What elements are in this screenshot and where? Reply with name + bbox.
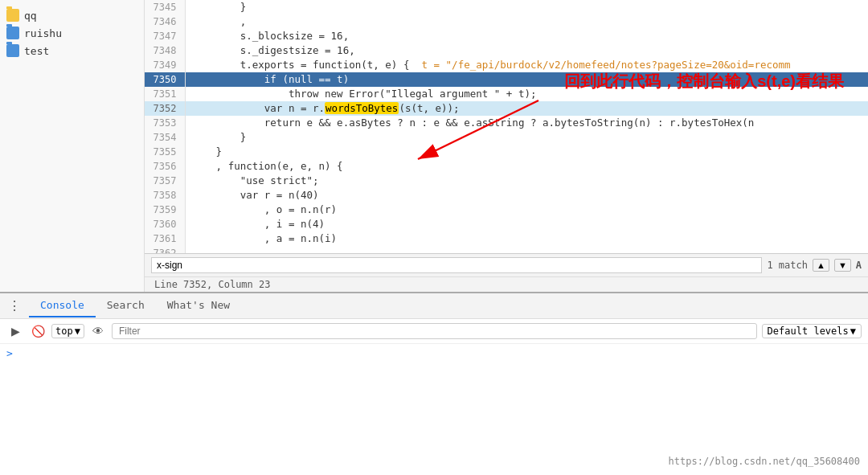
folder-yellow-icon: [6, 9, 19, 22]
code-content-7345: }: [185, 0, 868, 14]
code-row-7352: 7352 var n = r.wordsToBytes(s(t, e));: [145, 101, 868, 116]
code-row-7354: 7354 }: [145, 130, 868, 145]
devtools-tabs: ⋮ Console Search What's New: [0, 293, 868, 319]
code-content-7360: , i = n(4): [185, 217, 868, 231]
levels-selector[interactable]: Default levels ▼: [762, 324, 862, 338]
code-content-7353: return e && e.asBytes ? n : e && e.asStr…: [185, 116, 868, 130]
filter-input[interactable]: [112, 323, 757, 339]
line-num-7358: 7358: [145, 188, 185, 203]
code-content-7349: t.exports = function(t, e) { t = "/fe_ap…: [185, 58, 868, 72]
status-text: Line 7352, Column 23: [154, 279, 271, 290]
folder-blue-icon-test: [6, 44, 19, 57]
code-row-7361: 7361 , a = n.n(i): [145, 231, 868, 246]
execute-icon: ▶: [11, 325, 20, 338]
levels-arrow: ▼: [850, 326, 856, 337]
folder-blue-icon-ruishu: [6, 27, 19, 39]
sidebar-item-ruishu[interactable]: ruishu: [0, 24, 144, 42]
code-scroll-area[interactable]: 7345 } 7346 , 7347 s._blocksize = 16,: [145, 0, 868, 253]
code-row-7348: 7348 s._digestsize = 16,: [145, 43, 868, 58]
top-selector-label: top: [55, 326, 73, 337]
code-content-7350: if (null == t): [185, 72, 868, 87]
code-content-7346: ,: [185, 14, 868, 29]
sidebar-item-test[interactable]: test: [0, 42, 144, 59]
eye-button[interactable]: 👁: [89, 322, 107, 340]
code-row-7360: 7360 , i = n(4): [145, 217, 868, 231]
code-row-7350: 7350 if (null == t): [145, 72, 868, 87]
find-aa-button[interactable]: A: [856, 260, 862, 271]
code-content-7358: var r = n(40): [185, 188, 868, 203]
code-editor: 7345 } 7346 , 7347 s._blocksize = 16,: [145, 0, 868, 292]
block-button[interactable]: 🚫: [29, 322, 47, 340]
tab-search[interactable]: Search: [96, 294, 156, 317]
code-row-7359: 7359 , o = n.n(r): [145, 203, 868, 217]
devtools-menu-icon[interactable]: ⋮: [6, 298, 23, 314]
sidebar: qq ruishu test: [0, 0, 145, 292]
code-content-7351: throw new Error("Illegal argument " + t)…: [185, 87, 868, 101]
find-next-button[interactable]: ▼: [834, 259, 851, 272]
block-icon: 🚫: [31, 325, 45, 338]
line-num-7351: 7351: [145, 87, 185, 101]
line-num-7347: 7347: [145, 29, 185, 43]
execute-button[interactable]: ▶: [6, 322, 24, 340]
code-content-7357: "use strict";: [185, 174, 868, 188]
line-num-7345: 7345: [145, 0, 185, 14]
line-num-7360: 7360: [145, 217, 185, 231]
tab-console[interactable]: Console: [29, 294, 96, 317]
prompt-symbol: >: [6, 347, 13, 359]
code-content-7355: }: [185, 145, 868, 159]
orange-text-7349: t = "/fe_api/burdock/v2/homefeed/notes?p…: [421, 59, 790, 71]
code-row-7345: 7345 }: [145, 0, 868, 14]
code-content-7362: [185, 246, 868, 253]
find-input[interactable]: [151, 257, 762, 273]
sidebar-item-qq[interactable]: qq: [0, 6, 144, 24]
url-text: https://blog.csdn.net/qq_35608400: [669, 456, 860, 467]
line-num-7348: 7348: [145, 43, 185, 58]
code-row-7355: 7355 }: [145, 145, 868, 159]
code-content-7348: s._digestsize = 16,: [185, 43, 868, 58]
code-content-7347: s._blocksize = 16,: [185, 29, 868, 43]
code-row-7351: 7351 throw new Error("Illegal argument "…: [145, 87, 868, 101]
top-selector-arrow: ▼: [75, 326, 80, 337]
search-highlight: wordsToBytes: [325, 102, 399, 114]
sidebar-item-label-ruishu: ruishu: [24, 27, 62, 39]
code-row-7346: 7346 ,: [145, 14, 868, 29]
levels-label: Default levels: [768, 326, 849, 337]
line-num-7352: 7352: [145, 101, 185, 116]
line-num-7359: 7359: [145, 203, 185, 217]
code-row-7357: 7357 "use strict";: [145, 174, 868, 188]
find-prev-button[interactable]: ▲: [813, 259, 829, 272]
code-content-7361: , a = n.n(i): [185, 231, 868, 246]
code-content-7356: , function(e, e, n) {: [185, 159, 868, 174]
line-num-7354: 7354: [145, 130, 185, 145]
code-content-7354: }: [185, 130, 868, 145]
find-bar: 1 match ▲ ▼ A: [145, 253, 868, 276]
top-selector[interactable]: top ▼: [51, 324, 84, 338]
tab-whats-new[interactable]: What's New: [156, 294, 241, 317]
line-num-7357: 7357: [145, 174, 185, 188]
line-num-7346: 7346: [145, 14, 185, 29]
line-num-7356: 7356: [145, 159, 185, 174]
console-prompt[interactable]: >: [6, 347, 862, 359]
sidebar-item-label-qq: qq: [24, 10, 37, 22]
line-num-7349: 7349: [145, 58, 185, 72]
line-num-7353: 7353: [145, 116, 185, 130]
line-num-7362: 7362: [145, 246, 185, 253]
code-row-7353: 7353 return e && e.asBytes ? n : e && e.…: [145, 116, 868, 130]
code-content-7359: , o = n.n(r): [185, 203, 868, 217]
sidebar-item-label-test: test: [24, 45, 49, 57]
url-bar: https://blog.csdn.net/qq_35608400: [669, 456, 860, 467]
code-row-7362: 7362: [145, 246, 868, 253]
find-match-info: 1 match: [767, 260, 808, 271]
eye-icon: 👁: [92, 325, 104, 338]
code-row-7347: 7347 s._blocksize = 16,: [145, 29, 868, 43]
devtools-toolbar: ▶ 🚫 top ▼ 👁 Default levels ▼: [0, 319, 868, 344]
line-num-7361: 7361: [145, 231, 185, 246]
devtools-panel: ⋮ Console Search What's New ▶ 🚫 top ▼ 👁 …: [0, 292, 868, 475]
code-row-7358: 7358 var r = n(40): [145, 188, 868, 203]
code-content-7352: var n = r.wordsToBytes(s(t, e));: [185, 101, 868, 116]
line-num-7350: 7350: [145, 72, 185, 87]
status-bar: Line 7352, Column 23: [145, 276, 868, 292]
main-container: qq ruishu test 7345 } 7346: [0, 0, 868, 292]
code-table: 7345 } 7346 , 7347 s._blocksize = 16,: [145, 0, 868, 253]
code-row-7349: 7349 t.exports = function(t, e) { t = "/…: [145, 58, 868, 72]
